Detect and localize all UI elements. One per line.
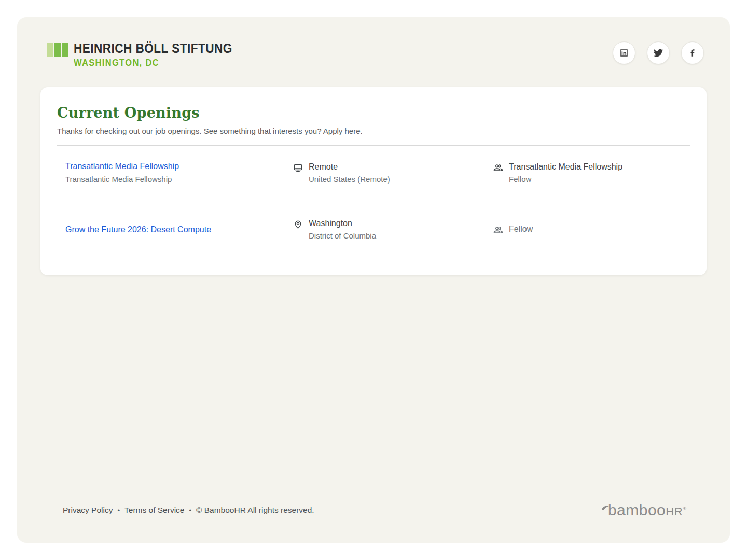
twitter-button[interactable] [647,41,670,64]
bamboohr-logo: bamboo HR ® [601,502,686,518]
current-openings-card: Current Openings Thanks for checking out… [40,87,707,275]
job-location-text: Remote United States (Remote) [309,162,390,184]
copyright-text: © BambooHR All rights reserved. [196,506,314,515]
header: HEINRICH BÖLL STIFTUNG WASHINGTON, DC [17,17,730,67]
footer: Privacy Policy • Terms of Service • © Ba… [63,502,686,518]
logo-text: HEINRICH BÖLL STIFTUNG WASHINGTON, DC [74,41,232,67]
job-department: Fellow [509,225,533,234]
job-row: Grow the Future 2026: Desert Compute Was… [57,200,690,263]
linkedin-icon [619,48,629,58]
job-title-cell: Transatlantic Media Fellowship Transatla… [65,162,293,184]
social-links [613,41,704,64]
footer-separator: • [117,507,120,514]
page-title: Current Openings [57,105,690,121]
job-department-text: Fellow [509,225,533,234]
job-department-cell: Fellow [493,225,690,235]
job-department-cell: Transatlantic Media Fellowship Fellow [493,162,690,184]
privacy-policy-link[interactable]: Privacy Policy [63,506,113,515]
page-shell: HEINRICH BÖLL STIFTUNG WASHINGTON, DC [17,17,730,543]
logo-square [54,43,61,57]
logo-square [62,43,68,57]
facebook-button[interactable] [681,41,704,64]
job-subtitle: Transatlantic Media Fellowship [65,175,293,184]
footer-separator: • [189,507,191,514]
footer-links: Privacy Policy • Terms of Service • © Ba… [63,506,314,515]
job-link[interactable]: Grow the Future 2026: Desert Compute [65,225,211,234]
facebook-icon [688,48,697,58]
company-logo: HEINRICH BÖLL STIFTUNG WASHINGTON, DC [47,41,256,67]
job-location-detail: United States (Remote) [309,175,390,184]
bamboo-wordmark: bamboo [608,502,666,518]
openings-intro: Thanks for checking out our job openings… [57,127,690,135]
job-link[interactable]: Transatlantic Media Fellowship [65,162,179,171]
bamboo-hr-text: HR [666,506,683,518]
company-location: WASHINGTON, DC [74,58,232,67]
job-department-text: Transatlantic Media Fellowship Fellow [509,162,622,184]
job-location: Washington [309,219,376,228]
job-location-detail: District of Columbia [309,231,376,240]
job-department: Transatlantic Media Fellowship [509,162,622,172]
logo-square [47,43,53,57]
logo-squares [47,41,68,57]
page: HEINRICH BÖLL STIFTUNG WASHINGTON, DC [0,0,747,560]
terms-of-service-link[interactable]: Terms of Service [125,506,184,515]
registered-mark: ® [683,507,686,511]
twitter-icon [654,48,663,58]
people-icon [493,163,503,173]
bamboo-leaf-icon [601,505,610,511]
company-name: HEINRICH BÖLL STIFTUNG [74,41,232,55]
job-title-cell: Grow the Future 2026: Desert Compute [65,225,293,234]
monitor-icon [293,163,303,173]
job-location-cell: Remote United States (Remote) [293,162,493,184]
linkedin-button[interactable] [613,41,635,64]
people-icon [493,225,503,235]
job-department-detail: Fellow [509,175,622,184]
job-location: Remote [309,162,390,172]
job-location-text: Washington District of Columbia [309,219,376,240]
job-location-cell: Washington District of Columbia [293,219,493,240]
job-row: Transatlantic Media Fellowship Transatla… [57,146,690,200]
map-pin-icon [293,219,303,229]
